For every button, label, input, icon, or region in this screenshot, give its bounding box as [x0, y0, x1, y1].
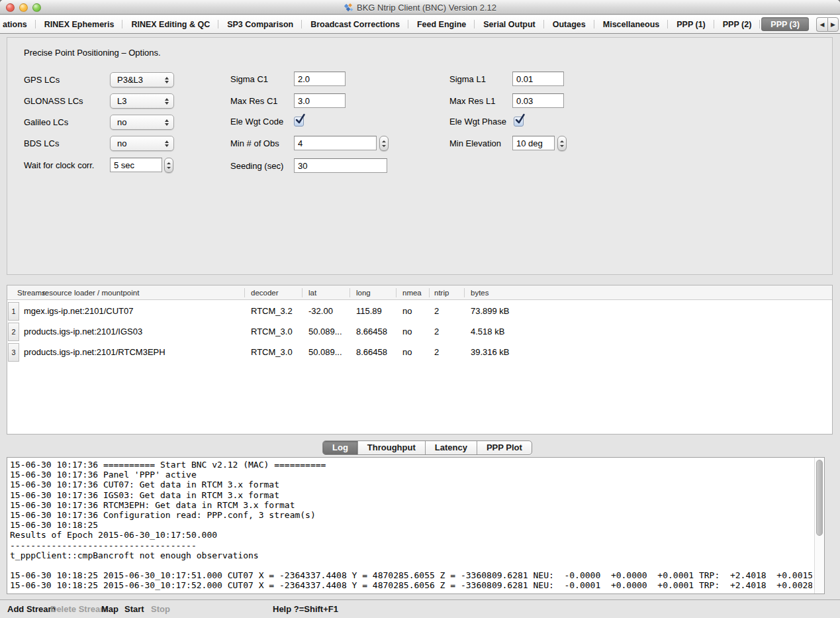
tab-log[interactable]: Log — [323, 441, 358, 454]
cell-mountpoint: products.igs-ip.net:2101/RTCM3EPH — [24, 342, 165, 362]
tab-latency[interactable]: Latency — [426, 441, 477, 454]
cell-long: 8.66458 — [356, 322, 387, 342]
tab-ppp-2[interactable]: PPP (2) — [714, 15, 761, 33]
delete-stream-button: Delete Stream — [50, 600, 108, 618]
tab-rinex-editing-qc[interactable]: RINEX Editing & QC — [122, 15, 218, 33]
row-number[interactable]: 2 — [8, 323, 19, 341]
min-obs-stepper[interactable] — [379, 136, 389, 151]
tab-ppp-plot[interactable]: PPP Plot — [477, 441, 532, 454]
stream-row-2[interactable]: 2 products.igs-ip.net:2101/IGS03 RTCM_3.… — [7, 322, 832, 342]
glonass-lcs-label: GLONASS LCs — [24, 93, 83, 109]
ele-wgt-phase-checkbox[interactable] — [514, 117, 524, 127]
tab-ppp-3[interactable]: PPP (3) — [761, 17, 809, 31]
col-bytes: bytes — [471, 285, 489, 300]
cell-mountpoint: products.igs-ip.net:2101/IGS03 — [24, 322, 142, 342]
tab-broadcast-corrections[interactable]: Broadcast Corrections — [302, 15, 408, 33]
bnc-app-icon — [344, 3, 353, 13]
wait-clock-field[interactable] — [110, 158, 162, 172]
stream-row-1[interactable]: 1 mgex.igs-ip.net:2101/CUT07 RTCM_3.2 -3… — [7, 301, 832, 321]
tab-scroll-left-icon[interactable]: ◀ — [816, 17, 827, 32]
cell-decoder: RTCM_3.0 — [251, 322, 293, 342]
max-res-c1-field[interactable] — [294, 93, 346, 108]
checkmark-icon — [295, 114, 306, 125]
ele-wgt-code-label: Ele Wgt Code — [230, 114, 283, 129]
min-elevation-label: Min Elevation — [449, 136, 501, 151]
cell-decoder: RTCM_3.2 — [251, 301, 293, 321]
bnc-main-window: BKG Ntrip Client (BNC) Version 2.12 atio… — [0, 0, 840, 618]
max-res-l1-label: Max Res L1 — [449, 93, 495, 109]
cell-lat: 50.089... — [308, 322, 342, 342]
row-number[interactable]: 3 — [8, 343, 19, 362]
title-bar: BKG Ntrip Client (BNC) Version 2.12 — [0, 0, 840, 15]
wait-clock-stepper[interactable] — [164, 158, 173, 173]
ele-wgt-code-checkbox[interactable] — [294, 117, 304, 127]
col-mountpoint: resource loader / mountpoint — [42, 285, 139, 300]
col-long: long — [356, 285, 371, 300]
min-elevation-field[interactable] — [512, 136, 555, 150]
log-scrollbar[interactable] — [814, 458, 824, 593]
start-button[interactable]: Start — [124, 600, 144, 618]
cell-long: 8.66458 — [356, 342, 387, 362]
window-title: BKG Ntrip Client (BNC) Version 2.12 — [357, 3, 496, 13]
tab-outages[interactable]: Outages — [544, 15, 594, 33]
ele-wgt-phase-label: Ele Wgt Phase — [449, 114, 506, 129]
cell-bytes: 73.899 kB — [471, 301, 510, 321]
log-panel: 15-06-30 10:17:36 ========== Start BNC v… — [7, 457, 825, 594]
stream-row-3[interactable]: 3 products.igs-ip.net:2101/RTCM3EPH RTCM… — [7, 342, 832, 362]
bottom-toolbar: Add Stream Delete Stream Map Start Stop … — [0, 599, 840, 618]
cell-ntrip: 2 — [434, 322, 439, 342]
combo-updown-icon — [165, 98, 169, 105]
min-obs-field[interactable] — [294, 136, 377, 150]
max-res-c1-label: Max Res C1 — [230, 93, 278, 109]
sigma-l1-field[interactable] — [512, 72, 564, 86]
add-stream-button[interactable]: Add Stream — [7, 600, 56, 618]
cell-bytes: 4.518 kB — [471, 322, 504, 342]
sigma-l1-label: Sigma L1 — [449, 72, 486, 87]
cell-ntrip: 2 — [434, 342, 439, 362]
seeding-field[interactable] — [294, 158, 387, 173]
config-tab-bar: ations RINEX Ephemeris RINEX Editing & Q… — [0, 15, 840, 34]
tab-serial-output[interactable]: Serial Output — [475, 15, 543, 33]
combo-updown-icon — [165, 77, 169, 83]
tab-clipped-observations[interactable]: ations — [0, 15, 36, 33]
row-number[interactable]: 1 — [8, 302, 19, 321]
map-button[interactable]: Map — [101, 600, 118, 618]
tab-miscellaneous[interactable]: Miscellaneous — [594, 15, 668, 33]
tab-scroll-right-icon[interactable]: ▶ — [827, 17, 839, 32]
bds-lcs-label: BDS LCs — [24, 136, 59, 151]
bds-lcs-combobox[interactable]: no — [110, 136, 174, 151]
view-tab-bar: Log Throughput Latency PPP Plot — [322, 440, 532, 455]
combo-updown-icon — [165, 140, 169, 147]
galileo-lcs-label: Galileo LCs — [24, 115, 68, 130]
galileo-lcs-combobox[interactable]: no — [110, 115, 174, 130]
tab-ppp-1[interactable]: PPP (1) — [668, 15, 714, 33]
seeding-label: Seeding (sec) — [230, 158, 283, 174]
tab-feed-engine[interactable]: Feed Engine — [408, 15, 475, 33]
tab-sp3-comparison[interactable]: SP3 Comparison — [218, 15, 302, 33]
col-lat: lat — [308, 285, 316, 300]
checkmark-icon — [514, 114, 526, 125]
cell-mountpoint: mgex.igs-ip.net:2101/CUT07 — [24, 301, 133, 321]
scrollbar-thumb[interactable] — [816, 460, 823, 536]
tab-throughput[interactable]: Throughput — [358, 441, 426, 454]
gps-lcs-combobox[interactable]: P3&L3 — [110, 72, 174, 87]
stop-button: Stop — [151, 600, 170, 618]
col-ntrip: ntrip — [434, 285, 449, 300]
ppp-options-panel: Precise Point Positioning – Options. GPS… — [7, 37, 833, 275]
combo-updown-icon — [165, 119, 169, 126]
tab-rinex-ephemeris[interactable]: RINEX Ephemeris — [36, 15, 123, 33]
cell-decoder: RTCM_3.0 — [251, 342, 293, 362]
streams-table-header: Streams: resource loader / mountpoint de… — [7, 285, 832, 300]
cell-bytes: 39.316 kB — [471, 342, 510, 362]
min-elevation-stepper[interactable] — [557, 136, 567, 151]
cell-ntrip: 2 — [434, 301, 439, 321]
streams-table: Streams: resource loader / mountpoint de… — [7, 285, 833, 435]
panel-heading: Precise Point Positioning – Options. — [24, 45, 161, 60]
sigma-c1-label: Sigma C1 — [230, 72, 268, 87]
max-res-l1-field[interactable] — [512, 93, 564, 108]
help-hint: Help ?=Shift+F1 — [273, 600, 338, 618]
gps-lcs-label: GPS LCs — [24, 72, 60, 87]
sigma-c1-field[interactable] — [294, 72, 346, 86]
glonass-lcs-combobox[interactable]: L3 — [110, 93, 174, 109]
col-nmea: nmea — [402, 285, 422, 300]
